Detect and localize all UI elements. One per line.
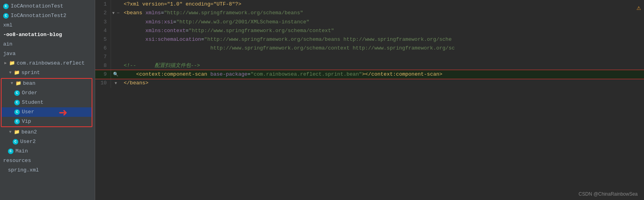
folder-toggle[interactable]: ▼ bbox=[8, 69, 13, 77]
class-icon: C bbox=[14, 109, 20, 115]
sidebar: C IoCAnnotationTest C IoCAnnotationTest2… bbox=[0, 0, 95, 200]
folder-icon: 📁 bbox=[15, 81, 21, 86]
sidebar-item-com-rainbowsea[interactable]: ▶ 📁 com.rainbowsea.reflect bbox=[0, 59, 95, 68]
fold-icon: ▼ ─ bbox=[112, 11, 119, 15]
warning-icon: ⚠ bbox=[636, 3, 641, 12]
line-number: 3 bbox=[95, 18, 111, 27]
line-number: 6 bbox=[95, 44, 111, 53]
sidebar-item-label: User2 bbox=[20, 138, 36, 146]
sidebar-item-vip[interactable]: C Vip bbox=[2, 117, 92, 126]
line-content: xmlns:xsi="http://www.w3.org/2001/XMLSch… bbox=[121, 18, 644, 27]
sidebar-item-oo8[interactable]: -oo8-anotation-blog bbox=[0, 30, 95, 40]
code-editor: 1 <?xml version="1.0" encoding="UTF-8"?>… bbox=[95, 0, 644, 200]
folder-icon: 📁 bbox=[13, 70, 20, 76]
line-gutter bbox=[111, 35, 121, 44]
sidebar-item-bean2[interactable]: ▼ 📁 bean2 bbox=[0, 128, 95, 137]
sidebar-item-label: IoCAnnotationTest2 bbox=[11, 12, 66, 20]
fold-icon: ▼ bbox=[115, 81, 117, 86]
sidebar-item-ioc-annotation-test2[interactable]: C IoCAnnotationTest2 bbox=[0, 11, 95, 21]
code-line-6: 6 http://www.springframework.org/schema/… bbox=[95, 44, 644, 53]
sidebar-item-label: Student bbox=[22, 99, 44, 107]
sidebar-item-bean[interactable]: ▼ 📁 bean bbox=[2, 79, 92, 88]
sidebar-item-ioc-annotation-test[interactable]: C IoCAnnotationTest bbox=[0, 2, 95, 11]
sidebar-item-order[interactable]: C Order bbox=[2, 88, 92, 98]
line-content: <!-- 配置扫描文件包--> bbox=[121, 61, 644, 70]
line-content: <?xml version="1.0" encoding="UTF-8"?> bbox=[121, 0, 644, 9]
sidebar-item-label: resources bbox=[3, 157, 31, 165]
line-number: 10 bbox=[95, 79, 111, 88]
sidebar-item-main[interactable]: C Main bbox=[0, 147, 95, 156]
line-gutter bbox=[111, 53, 121, 61]
sidebar-item-label: Main bbox=[15, 147, 28, 155]
sidebar-item-ain[interactable]: ain bbox=[0, 40, 95, 49]
line-gutter: ▼ ─ bbox=[111, 9, 121, 18]
sidebar-item-sprint[interactable]: ▼ 📁 sprint bbox=[0, 68, 95, 78]
folder-toggle[interactable]: ▼ bbox=[10, 80, 14, 88]
class-icon: C bbox=[3, 13, 9, 19]
sidebar-item-label: sprint bbox=[21, 69, 40, 77]
class-icon: C bbox=[14, 100, 20, 105]
line-number: 7 bbox=[95, 53, 111, 61]
folder-icon: 📁 bbox=[13, 130, 20, 135]
folder-toggle[interactable]: ▼ bbox=[8, 128, 13, 136]
code-line-1: 1 <?xml version="1.0" encoding="UTF-8"?> bbox=[95, 0, 644, 9]
line-gutter: 🔍 bbox=[111, 70, 121, 79]
line-gutter bbox=[111, 44, 121, 53]
line-content: <beans xmlns="http://www.springframework… bbox=[121, 9, 644, 18]
sidebar-item-user[interactable]: C User bbox=[2, 107, 92, 117]
sidebar-item-label: bean bbox=[23, 80, 35, 88]
line-content: </beans> bbox=[121, 79, 644, 88]
folder-icon: 📁 bbox=[9, 61, 15, 66]
watermark: CSDN @ChinaRainbowSea bbox=[579, 191, 638, 197]
sidebar-item-label: Vip bbox=[22, 118, 31, 126]
sidebar-item-java[interactable]: java bbox=[0, 49, 95, 59]
code-line-8: 8 <!-- 配置扫描文件包--> bbox=[95, 61, 644, 70]
line-number: 9 bbox=[95, 70, 111, 79]
sidebar-item-resources[interactable]: resources bbox=[0, 156, 95, 166]
sidebar-item-spring-xml[interactable]: spring.xml bbox=[0, 166, 95, 175]
folder-toggle[interactable]: ▶ bbox=[3, 59, 8, 67]
code-line-10: 10 ▼ </beans> bbox=[95, 79, 644, 88]
line-number: 2 bbox=[95, 9, 111, 18]
line-number: 4 bbox=[95, 27, 111, 35]
code-line-2: 2 ▼ ─ <beans xmlns="http://www.springfra… bbox=[95, 9, 644, 18]
sidebar-item-label: bean2 bbox=[21, 128, 37, 136]
red-arrow: ➜ bbox=[59, 107, 67, 121]
line-content: xmlns:context="http://www.springframewor… bbox=[121, 27, 644, 35]
line-gutter bbox=[111, 0, 121, 9]
line-number: 1 bbox=[95, 0, 111, 9]
class-icon: C bbox=[14, 90, 20, 96]
line-content: http://www.springframework.org/schema/co… bbox=[121, 44, 644, 53]
code-line-4: 4 xmlns:context="http://www.springframew… bbox=[95, 27, 644, 35]
sidebar-item-label: ain bbox=[3, 40, 12, 48]
sidebar-item-label: spring.xml bbox=[8, 166, 39, 174]
code-line-7: 7 bbox=[95, 53, 644, 61]
code-line-5: 5 xsi:schemaLocation="http://www.springf… bbox=[95, 35, 644, 44]
sidebar-item-label: Order bbox=[22, 89, 37, 97]
line-gutter: ▼ bbox=[111, 79, 121, 88]
line-content bbox=[121, 53, 644, 61]
class-icon: C bbox=[14, 119, 20, 124]
line-number: 5 bbox=[95, 35, 111, 44]
code-line-9: 9 🔍 <context:component-scan base-package… bbox=[95, 70, 644, 79]
line-gutter bbox=[111, 27, 121, 35]
sidebar-item-user2[interactable]: C User2 bbox=[0, 137, 95, 147]
sidebar-item-label: java bbox=[3, 50, 15, 58]
class-icon: C bbox=[3, 4, 9, 9]
sidebar-item-student[interactable]: C Student bbox=[2, 98, 92, 107]
line-number: 8 bbox=[95, 61, 111, 70]
sidebar-item-label: -oo8-anotation-blog bbox=[3, 31, 62, 39]
sidebar-item-label: User bbox=[22, 108, 34, 116]
sidebar-item-label: xml bbox=[3, 21, 12, 29]
line-content: xsi:schemaLocation="http://www.springfra… bbox=[121, 35, 644, 44]
bean-section-border: ▼ 📁 bean C Order C Student C User C Vip bbox=[1, 78, 92, 127]
line-content: <context:component-scan base-package="co… bbox=[121, 70, 644, 79]
sidebar-item-label: IoCAnnotationTest bbox=[11, 2, 63, 10]
code-line-3: 3 xmlns:xsi="http://www.w3.org/2001/XMLS… bbox=[95, 18, 644, 27]
search-icon: 🔍 bbox=[113, 72, 119, 77]
line-gutter bbox=[111, 18, 121, 27]
sidebar-item-xml[interactable]: xml bbox=[0, 21, 95, 30]
sidebar-item-label: com.rainbowsea.reflect bbox=[17, 59, 85, 67]
code-lines: 1 <?xml version="1.0" encoding="UTF-8"?>… bbox=[95, 0, 644, 88]
class-icon: C bbox=[8, 149, 13, 154]
